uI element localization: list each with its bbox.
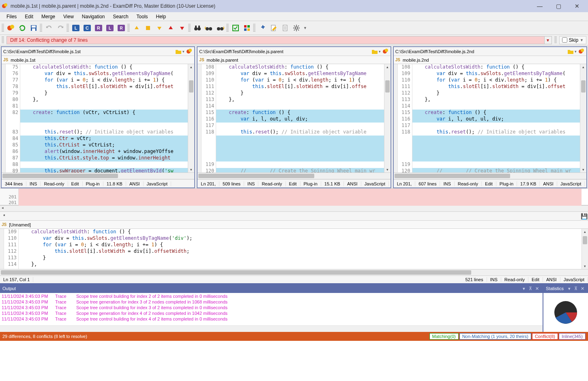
log-level: Trace: [55, 299, 71, 305]
banner-grip[interactable]: [2, 37, 4, 44]
pane-vscroll[interactable]: ▴▾: [580, 64, 586, 172]
folder-open-icon[interactable]: [371, 48, 378, 55]
redo-icon[interactable]: [55, 23, 66, 33]
log-timestamp: 11/11/2024 3:45:03 PM: [2, 316, 50, 322]
menu-files[interactable]: Files: [2, 13, 21, 20]
plugin-icon[interactable]: [257, 23, 268, 33]
menubar: Files Edit Merge View Navigation Search …: [0, 12, 588, 21]
merge-vscroll[interactable]: ▴▾: [582, 229, 588, 269]
pane-ins: INS: [440, 181, 454, 186]
dropdown-icon[interactable]: ▾: [378, 50, 382, 54]
dropdown-icon[interactable]: ▾: [182, 50, 185, 54]
menu-search[interactable]: Search: [109, 13, 133, 20]
pane-l-icon[interactable]: L: [71, 23, 81, 33]
panel-menu-icon[interactable]: ▾: [521, 286, 527, 291]
status-nonmatching[interactable]: Non-Matching (1 yours, 20 theirs): [459, 333, 531, 340]
pane-lines: 509 lines: [219, 181, 244, 186]
menu-merge[interactable]: Merge: [37, 13, 59, 20]
compare-icon[interactable]: [6, 23, 16, 33]
compare-icon[interactable]: [382, 48, 389, 55]
close-panel-icon[interactable]: ✕: [579, 286, 586, 291]
minimap-hscroll[interactable]: ◂: [0, 205, 588, 212]
menu-edit[interactable]: Edit: [21, 13, 37, 20]
refresh-icon[interactable]: [17, 23, 28, 33]
document-icon[interactable]: [280, 23, 290, 33]
nav-next-conflict-icon[interactable]: [177, 23, 187, 33]
titlebar[interactable]: mobile.js.1st | mobile.js.parent | mobil…: [0, 0, 588, 12]
merge-edit[interactable]: Edit: [528, 277, 543, 282]
merge-hscroll[interactable]: [0, 269, 588, 276]
close-panel-icon[interactable]: ✕: [534, 286, 540, 291]
folder-open-icon[interactable]: [567, 48, 574, 55]
merge-code[interactable]: 109110111112113114 calculateSlotsWidth: …: [0, 229, 588, 269]
pin-icon[interactable]: ⊼: [573, 286, 579, 291]
output-hscroll[interactable]: [0, 325, 543, 332]
pane-c-icon[interactable]: C: [82, 23, 92, 33]
pane-hscroll[interactable]: [197, 173, 390, 179]
chevron-down-icon[interactable]: ▾: [544, 37, 552, 44]
save-merge-icon[interactable]: 💾: [580, 213, 588, 220]
pane-lang: JavaScript: [557, 181, 585, 186]
pane-vscroll[interactable]: ▴▾: [384, 64, 391, 172]
status-matching[interactable]: Matching(0): [429, 333, 459, 340]
toolbar-grip[interactable]: [40, 24, 42, 32]
nav-down-icon[interactable]: [154, 23, 165, 33]
binoculars-right-icon[interactable]: [215, 23, 225, 33]
skip-checkbox-input[interactable]: [562, 37, 567, 43]
pane-r-icon[interactable]: R: [93, 23, 104, 33]
toolbar-grip[interactable]: [188, 24, 191, 32]
pane-vscroll[interactable]: ▴▾: [188, 64, 194, 172]
color-grid-icon[interactable]: [242, 23, 252, 33]
svg-rect-29: [244, 28, 247, 31]
pane-r2-icon[interactable]: R: [116, 23, 127, 33]
undo-icon[interactable]: [44, 23, 54, 33]
edit-doc-icon[interactable]: [268, 23, 279, 33]
js-icon: JS: [395, 58, 400, 62]
pane-l2-icon[interactable]: L: [105, 23, 115, 33]
gear-icon[interactable]: [291, 23, 302, 33]
toolbar-grip[interactable]: [67, 24, 69, 32]
output-body[interactable]: 11/11/2024 3:45:03 PMTraceScope tree con…: [0, 293, 543, 325]
nav-current-icon[interactable]: [143, 23, 153, 33]
pane-hscroll[interactable]: [394, 173, 586, 179]
toolbar-grip[interactable]: [226, 24, 229, 32]
pane-plugin: Plug-in: [496, 181, 517, 186]
skip-checkbox[interactable]: Skip ▼: [559, 36, 586, 44]
compare-icon[interactable]: [578, 48, 585, 55]
compare-icon[interactable]: [186, 48, 193, 55]
checkbox-icon[interactable]: [230, 23, 241, 33]
menu-help[interactable]: Help: [152, 13, 170, 20]
status-conflict[interactable]: Conflict(8): [532, 333, 558, 340]
panel-menu-icon[interactable]: ▾: [566, 286, 573, 291]
diff-minimap[interactable]: 201 201: [0, 188, 588, 205]
merge-tab[interactable]: JS [Unnamed]: [0, 221, 588, 229]
banner-grip[interactable]: [554, 37, 557, 44]
nav-up-icon[interactable]: [131, 23, 142, 33]
dropdown-icon[interactable]: ▾: [574, 50, 577, 54]
toolbar-grip[interactable]: [127, 24, 130, 32]
menu-tools[interactable]: Tools: [133, 13, 152, 20]
diff-banner[interactable]: Diff 14: Conflicting change of 7 lines ▾: [6, 36, 552, 44]
minimize-button[interactable]: —: [530, 0, 549, 12]
menu-view[interactable]: View: [59, 13, 78, 20]
toolbar-grip[interactable]: [2, 24, 4, 32]
toolbar-grip[interactable]: [253, 24, 255, 32]
status-inline[interactable]: Inline(345): [559, 333, 586, 340]
menu-navigation[interactable]: Navigation: [78, 13, 109, 20]
pin-icon[interactable]: ⊼: [527, 286, 534, 291]
save-icon[interactable]: [28, 23, 39, 33]
stats-title[interactable]: Statistics ▾ ⊼ ✕: [543, 284, 588, 293]
maximize-button[interactable]: ▢: [549, 0, 568, 12]
output-title[interactable]: Output ▾ ⊼ ✕: [0, 284, 543, 293]
pane-hscroll[interactable]: [2, 173, 194, 179]
binoculars-left-icon[interactable]: [204, 23, 214, 33]
svg-line-41: [294, 26, 295, 26]
close-button[interactable]: ✕: [568, 0, 586, 12]
nav-prev-conflict-icon[interactable]: [165, 23, 176, 33]
binoculars-icon[interactable]: [192, 23, 203, 33]
pane-lines: 607 lines: [415, 181, 440, 186]
chevron-down-icon[interactable]: ▼: [580, 38, 584, 42]
toolbar-dropdown-icon[interactable]: ▼: [303, 26, 308, 30]
folder-open-icon[interactable]: [175, 48, 182, 55]
log-message: Scope tree control building for index 4 …: [76, 316, 227, 322]
